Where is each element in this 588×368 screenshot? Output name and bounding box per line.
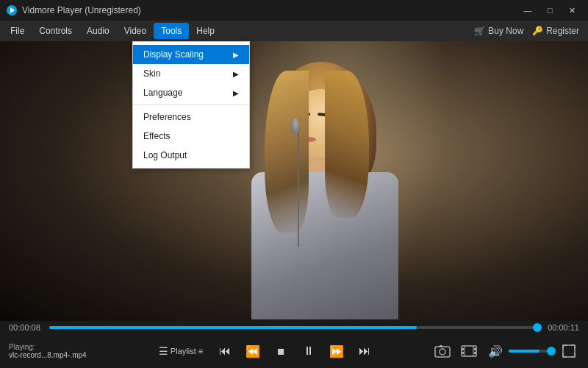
mic-stand (298, 130, 299, 247)
svg-rect-7 (462, 352, 464, 354)
video-snapshot-button[interactable] (459, 341, 479, 361)
svg-point-3 (440, 349, 445, 355)
progress-thumb (533, 323, 542, 332)
register-button[interactable]: 🔑 Register (532, 26, 579, 36)
buy-now-button[interactable]: 🛒 Buy Now (474, 26, 523, 36)
svg-rect-9 (474, 352, 476, 354)
dropdown-item-language[interactable]: Language ▶ (133, 83, 249, 102)
video-area[interactable] (0, 41, 588, 321)
fullscreen-icon (562, 344, 576, 358)
volume-track[interactable] (509, 350, 553, 353)
svg-rect-2 (435, 347, 450, 357)
dropdown-item-log-output[interactable]: Log Output (133, 146, 249, 165)
submenu-chevron-icon: ▶ (233, 70, 239, 78)
playlist-button[interactable]: ☰ Playlist ≡ (154, 341, 207, 361)
progress-track[interactable] (49, 326, 539, 329)
svg-rect-4 (440, 345, 442, 347)
tools-dropdown: Display Scaling ▶ Skin ▶ Language ▶ Pref… (132, 41, 250, 169)
forward-button[interactable]: ⏩ (326, 341, 347, 361)
close-button[interactable]: ✕ (562, 2, 582, 18)
app-title: Vidmore Player (Unregistered) (22, 5, 141, 15)
progress-area: 00:00:08 00:00:11 (0, 321, 588, 334)
dropdown-item-effects[interactable]: Effects (133, 127, 249, 146)
svg-rect-5 (462, 346, 476, 356)
menubar: File Controls Audio Video Tools Help 🛒 B… (0, 21, 588, 41)
playing-label: Playing: (9, 343, 97, 351)
filename-display: vlc-record...8.mp4-.mp4 (9, 351, 97, 359)
progress-fill (49, 326, 417, 329)
dropdown-item-preferences[interactable]: Preferences (133, 107, 249, 127)
menu-help[interactable]: Help (189, 23, 222, 39)
rewind-button[interactable]: ⏪ (243, 341, 263, 361)
svg-rect-12 (563, 345, 575, 357)
submenu-chevron-icon: ▶ (233, 51, 239, 59)
svg-rect-6 (462, 348, 464, 350)
key-icon: 🔑 (532, 26, 543, 36)
dropdown-item-skin[interactable]: Skin ▶ (133, 64, 249, 83)
now-playing-info: Playing: vlc-record...8.mp4-.mp4 (9, 343, 97, 359)
playlist-arrow-icon: ≡ (198, 347, 203, 355)
svg-rect-8 (474, 348, 476, 350)
stop-button[interactable]: ⏹ (270, 341, 291, 361)
controls-bar: Playing: vlc-record...8.mp4-.mp4 ☰ Playl… (0, 334, 588, 368)
menu-video[interactable]: Video (117, 23, 154, 39)
next-button[interactable]: ⏭ (354, 341, 375, 361)
playlist-icon: ☰ (159, 345, 168, 357)
volume-button[interactable]: 🔊 (485, 341, 506, 361)
menu-audio[interactable]: Audio (79, 23, 117, 39)
film-icon (461, 344, 477, 358)
time-elapsed: 00:00:08 (9, 323, 49, 332)
menu-tools[interactable]: Tools (154, 23, 189, 39)
media-controls-right: 🔊 (432, 341, 579, 361)
screenshot-button[interactable] (432, 341, 453, 361)
maximize-button[interactable]: □ (539, 2, 560, 18)
app-logo-icon (6, 4, 18, 16)
volume-fill (509, 350, 539, 353)
menubar-right: 🛒 Buy Now 🔑 Register (474, 26, 585, 36)
playback-controls: ☰ Playlist ≡ ⏮ ⏪ ⏹ ⏸ ⏩ ⏭ (101, 341, 428, 361)
pause-button[interactable]: ⏸ (298, 341, 319, 361)
time-total: 00:00:11 (539, 323, 579, 332)
video-background (0, 41, 588, 321)
camera-icon (434, 344, 451, 358)
volume-thumb (547, 347, 556, 355)
menu-file[interactable]: File (3, 23, 32, 39)
dropdown-divider (133, 105, 249, 105)
cart-icon: 🛒 (474, 26, 485, 36)
fullscreen-button[interactable] (559, 341, 579, 361)
titlebar-left: Vidmore Player (Unregistered) (6, 4, 141, 16)
submenu-chevron-icon: ▶ (233, 89, 239, 97)
singer-figure (222, 49, 428, 321)
volume-control: 🔊 (485, 341, 553, 361)
prev-button[interactable]: ⏮ (215, 341, 235, 361)
minimize-button[interactable]: — (517, 2, 538, 18)
menu-controls[interactable]: Controls (32, 23, 79, 39)
titlebar-controls: — □ ✕ (517, 2, 582, 18)
titlebar: Vidmore Player (Unregistered) — □ ✕ (0, 0, 588, 21)
mic-head (291, 118, 300, 133)
dropdown-item-display-scaling[interactable]: Display Scaling ▶ (133, 45, 249, 64)
